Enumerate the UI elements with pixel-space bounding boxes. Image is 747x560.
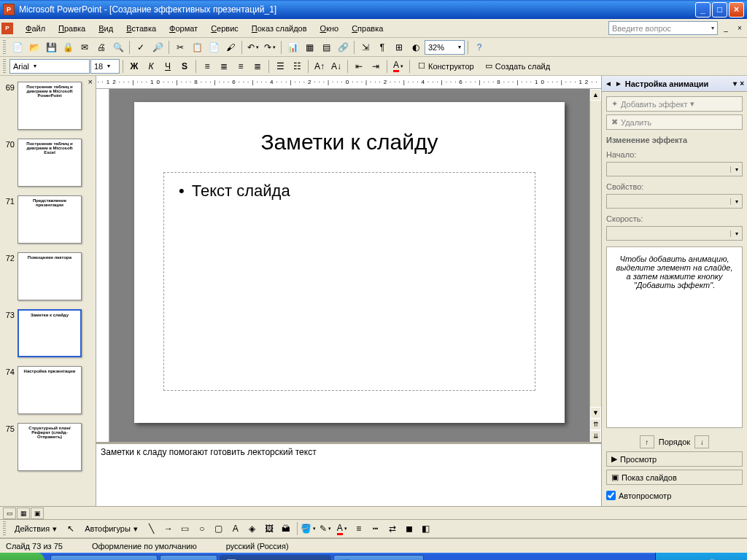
slide-bullet-text[interactable]: Текст слайда bbox=[179, 182, 520, 201]
autopreview-checkbox[interactable]: Автопросмотр bbox=[606, 488, 743, 503]
permission-button[interactable]: 🔒 bbox=[60, 39, 76, 55]
rectangle-button[interactable]: ▭ bbox=[177, 521, 193, 537]
print-preview-button[interactable]: 🔍 bbox=[110, 39, 126, 55]
close-button[interactable]: × bbox=[729, 2, 744, 18]
taskbar-button[interactable]: 📁декабрь bbox=[160, 555, 217, 560]
new-slide-button[interactable]: ▭ Создать слайд bbox=[480, 58, 555, 74]
menu-Показ слайдов[interactable]: Показ слайдов bbox=[245, 22, 314, 35]
slide-title-placeholder[interactable]: Заметки к слайду bbox=[163, 130, 535, 155]
open-button[interactable]: 📂 bbox=[26, 39, 42, 55]
font-combo[interactable]: Arial▾ bbox=[9, 59, 90, 74]
start-button[interactable]: пуск bbox=[0, 553, 44, 560]
font-color-button[interactable]: A bbox=[390, 58, 406, 74]
notes-pane[interactable]: Заметки к сладу помогают готовить лектор… bbox=[96, 442, 601, 506]
prev-slide-button[interactable]: ⇈ bbox=[590, 419, 601, 430]
show-grid-button[interactable]: ⊞ bbox=[391, 39, 407, 55]
start-select[interactable]: ▾ bbox=[606, 162, 743, 176]
taskbar-button[interactable]: 📊Microsoft PowerPoint ... bbox=[220, 555, 331, 560]
slide[interactable]: Заметки к слайду Текст слайда bbox=[134, 102, 565, 423]
move-up-button[interactable]: ↑ bbox=[640, 435, 654, 448]
slideshow-button[interactable]: ▣ Показ слайдов bbox=[606, 470, 743, 485]
ask-input[interactable]: Введите вопрос▾ bbox=[608, 21, 718, 35]
undo-button[interactable]: ↶ bbox=[245, 39, 261, 55]
oval-button[interactable]: ○ bbox=[194, 521, 210, 537]
decrease-indent-button[interactable]: ⇤ bbox=[351, 58, 367, 74]
spellcheck-button[interactable]: ✓ bbox=[133, 39, 149, 55]
slide-thumbnail[interactable]: Построение таблиц и диаграмм в Microsoft… bbox=[18, 139, 82, 187]
help-button[interactable]: ? bbox=[471, 39, 487, 55]
taskbar-button[interactable]: 🟦Adobe Photoshop bbox=[333, 555, 424, 560]
menu-Справка[interactable]: Справка bbox=[345, 22, 390, 35]
shadow-style-button[interactable]: ◼ bbox=[401, 521, 417, 537]
line-style-button[interactable]: ≡ bbox=[351, 521, 367, 537]
decrease-font-button[interactable]: A↓ bbox=[328, 58, 344, 74]
3d-style-button[interactable]: ◧ bbox=[418, 521, 434, 537]
insert-table-button[interactable]: ▦ bbox=[301, 39, 317, 55]
slide-thumbnail[interactable]: Структурный план/Реферат (слайд-Отправит… bbox=[18, 423, 82, 471]
textbox-button[interactable]: ▢ bbox=[211, 521, 227, 537]
menu-Формат[interactable]: Формат bbox=[163, 22, 204, 35]
toolbar-grip[interactable] bbox=[3, 521, 6, 536]
select-objects-button[interactable]: ↖ bbox=[63, 521, 79, 537]
shadow-button[interactable]: S bbox=[177, 58, 193, 74]
email-button[interactable]: ✉ bbox=[77, 39, 93, 55]
taskbar-button[interactable]: 📁Эффективные през... bbox=[50, 555, 157, 560]
arrow-style-button[interactable]: ⇄ bbox=[384, 521, 400, 537]
preview-button[interactable]: ▶ Просмотр bbox=[606, 451, 743, 467]
menu-Окно[interactable]: Окно bbox=[314, 22, 346, 35]
property-select[interactable]: ▾ bbox=[606, 194, 743, 209]
save-button[interactable]: 💾 bbox=[43, 39, 59, 55]
doc-icon[interactable]: P bbox=[1, 23, 13, 34]
toolbar-grip[interactable] bbox=[3, 59, 6, 74]
wordart-button[interactable]: A bbox=[228, 521, 244, 537]
slideshow-view-button[interactable]: ▣ bbox=[31, 508, 44, 519]
slide-thumbnail[interactable]: Заметки к слайду bbox=[18, 309, 82, 357]
align-center-button[interactable]: ≣ bbox=[216, 58, 232, 74]
redo-button[interactable]: ↷ bbox=[262, 39, 278, 55]
insert-picture-button[interactable]: 🏔 bbox=[278, 521, 294, 537]
slide-canvas[interactable]: Заметки к слайду Текст слайда bbox=[109, 89, 589, 442]
zoom-combo[interactable]: 32%▾ bbox=[425, 40, 465, 55]
mdi-close-button[interactable]: × bbox=[734, 23, 746, 34]
taskpane-menu-icon[interactable]: ▾ bbox=[733, 79, 737, 88]
italic-button[interactable]: К bbox=[143, 58, 159, 74]
increase-font-button[interactable]: A↑ bbox=[311, 58, 328, 74]
new-button[interactable]: 📄 bbox=[9, 39, 26, 55]
numbering-button[interactable]: ☰ bbox=[272, 58, 288, 74]
align-left-button[interactable]: ≡ bbox=[199, 58, 215, 74]
menu-Правка[interactable]: Правка bbox=[52, 22, 92, 35]
diagram-button[interactable]: ◈ bbox=[244, 521, 260, 537]
underline-button[interactable]: Ч bbox=[160, 58, 176, 74]
scroll-up-button[interactable]: ▲ bbox=[590, 89, 601, 101]
paste-button[interactable]: 📄 bbox=[206, 39, 222, 55]
bullets-button[interactable]: ☷ bbox=[289, 58, 305, 74]
expand-all-button[interactable]: ⇲ bbox=[357, 39, 374, 55]
menu-Вид[interactable]: Вид bbox=[92, 22, 120, 35]
align-justify-button[interactable]: ≣ bbox=[249, 58, 266, 74]
taskpane-close-icon[interactable]: × bbox=[740, 79, 744, 88]
menu-Файл[interactable]: Файл bbox=[19, 22, 52, 35]
maximize-button[interactable]: □ bbox=[712, 2, 727, 18]
autoshapes-button[interactable]: Автофигуры ▾ bbox=[80, 521, 143, 537]
mdi-minimize-button[interactable]: _ bbox=[720, 23, 732, 34]
slide-thumbnail[interactable]: Представление презентации bbox=[18, 195, 82, 244]
clipart-button[interactable]: 🖼 bbox=[261, 521, 277, 537]
menu-Сервис[interactable]: Сервис bbox=[204, 22, 245, 35]
font-size-combo[interactable]: 18▾ bbox=[90, 59, 120, 74]
taskpane-back-icon[interactable]: ◄ bbox=[605, 79, 612, 88]
insert-hyperlink-button[interactable]: 🔗 bbox=[335, 39, 351, 55]
slide-thumbnail[interactable]: Помощники лектора bbox=[18, 252, 82, 300]
vertical-scrollbar[interactable]: ▲ ▼ ⇈ ⇊ bbox=[589, 89, 601, 442]
tables-borders-button[interactable]: ▤ bbox=[318, 39, 334, 55]
cut-button[interactable]: ✂ bbox=[172, 39, 188, 55]
next-slide-button[interactable]: ⇊ bbox=[590, 430, 601, 442]
slide-thumbnail[interactable]: Построение таблиц и диаграмм в Microsoft… bbox=[18, 82, 82, 130]
increase-indent-button[interactable]: ⇥ bbox=[368, 58, 384, 74]
font-color-button-2[interactable]: A bbox=[334, 521, 350, 537]
insert-chart-button[interactable]: 📊 bbox=[285, 39, 301, 55]
fill-color-button[interactable]: 🪣 bbox=[301, 521, 317, 537]
toolbar-grip[interactable] bbox=[3, 40, 6, 55]
align-right-button[interactable]: ≡ bbox=[233, 58, 249, 74]
copy-button[interactable]: 📋 bbox=[189, 39, 205, 55]
sorter-view-button[interactable]: ▦ bbox=[17, 508, 30, 519]
